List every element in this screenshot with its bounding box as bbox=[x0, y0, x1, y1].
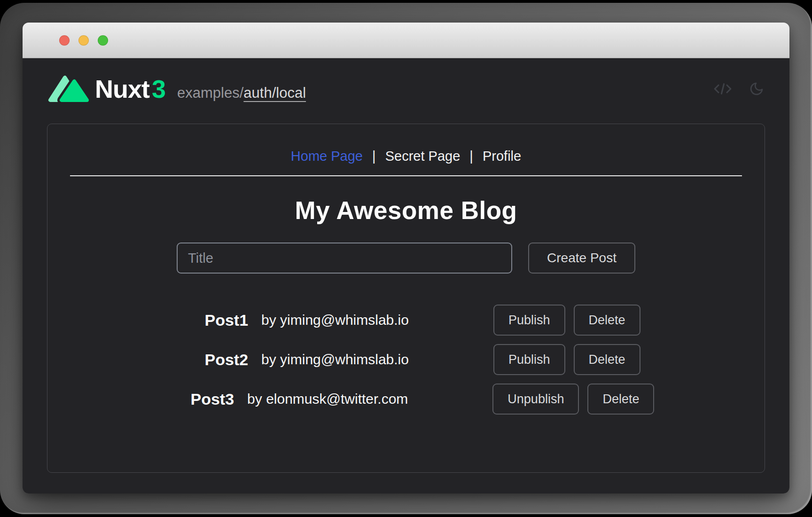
delete-button[interactable]: Delete bbox=[574, 344, 640, 375]
app-container: Home Page | Secret Page | Profile My Awe… bbox=[47, 124, 765, 473]
nav-link-home-page[interactable]: Home Page bbox=[291, 149, 363, 164]
title-input[interactable] bbox=[177, 243, 512, 274]
page-content: Nuxt 3 examples/auth/local Home Page bbox=[23, 58, 789, 494]
post-author: by yiming@whimslab.io bbox=[261, 352, 409, 368]
breadcrumb-prefix: examples/ bbox=[177, 85, 243, 101]
post-title: Post2 bbox=[204, 351, 248, 369]
page-title: My Awesome Blog bbox=[47, 196, 765, 225]
post-actions: Publish Delete bbox=[493, 305, 640, 336]
post-row: Post3 by elonmusk@twitter.com Unpublish … bbox=[80, 384, 765, 415]
close-button[interactable] bbox=[59, 35, 70, 46]
delete-button[interactable]: Delete bbox=[574, 305, 640, 336]
nuxt-logo-icon bbox=[47, 74, 89, 103]
post-actions: Publish Delete bbox=[493, 344, 640, 375]
browser-window: Nuxt 3 examples/auth/local Home Page bbox=[23, 23, 789, 494]
post-author: by yiming@whimslab.io bbox=[261, 312, 409, 328]
minimize-button[interactable] bbox=[78, 35, 89, 46]
post-actions: Unpublish Delete bbox=[492, 384, 654, 415]
brand-version: 3 bbox=[152, 74, 166, 103]
post-author: by elonmusk@twitter.com bbox=[247, 391, 408, 407]
publish-button[interactable]: Publish bbox=[493, 344, 565, 375]
post-row: Post1 by yiming@whimslab.io Publish Dele… bbox=[80, 305, 765, 336]
post-list: Post1 by yiming@whimslab.io Publish Dele… bbox=[47, 305, 765, 415]
nav-separator: | bbox=[469, 149, 473, 164]
header-icons bbox=[712, 81, 764, 96]
nav-link-profile[interactable]: Profile bbox=[483, 149, 521, 164]
brand-name: Nuxt bbox=[95, 74, 149, 103]
nav-separator: | bbox=[372, 149, 376, 164]
window-controls bbox=[59, 35, 108, 46]
create-post-form: Create Post bbox=[47, 243, 765, 274]
breadcrumb: examples/auth/local bbox=[177, 85, 306, 102]
breadcrumb-link[interactable]: auth/local bbox=[243, 85, 306, 101]
publish-button[interactable]: Publish bbox=[493, 305, 565, 336]
app-header: Nuxt 3 examples/auth/local bbox=[23, 58, 789, 103]
delete-button[interactable]: Delete bbox=[587, 384, 654, 415]
create-post-button[interactable]: Create Post bbox=[528, 243, 635, 274]
brand: Nuxt 3 examples/auth/local bbox=[95, 74, 306, 103]
unpublish-button[interactable]: Unpublish bbox=[492, 384, 579, 415]
page-nav: Home Page | Secret Page | Profile bbox=[47, 149, 765, 164]
zoom-button[interactable] bbox=[98, 35, 108, 46]
code-icon[interactable] bbox=[712, 81, 733, 96]
window-titlebar[interactable] bbox=[23, 23, 789, 58]
post-row: Post2 by yiming@whimslab.io Publish Dele… bbox=[80, 344, 765, 375]
moon-icon[interactable] bbox=[749, 81, 764, 96]
post-title: Post1 bbox=[204, 311, 248, 329]
nav-link-secret-page[interactable]: Secret Page bbox=[385, 149, 461, 164]
post-title: Post3 bbox=[191, 390, 234, 408]
nav-divider bbox=[70, 175, 742, 176]
